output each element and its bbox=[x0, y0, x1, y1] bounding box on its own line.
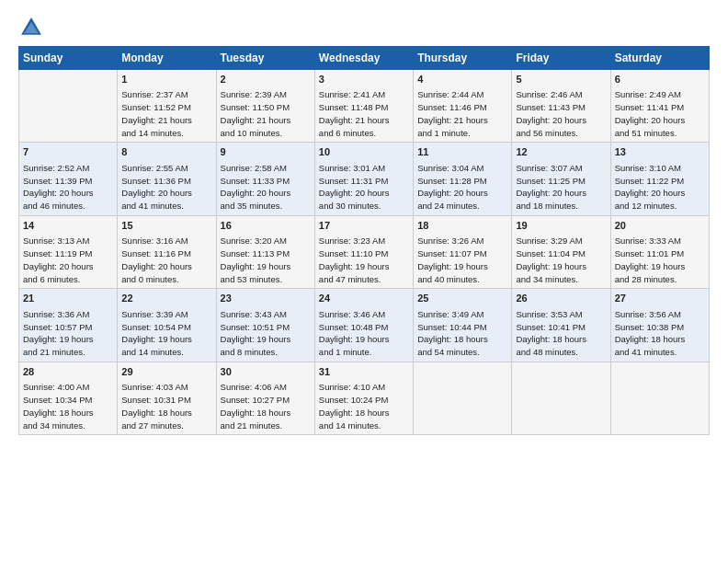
day-info: Sunrise: 3:53 AMSunset: 10:41 PMDaylight… bbox=[516, 308, 606, 359]
day-number: 21 bbox=[23, 292, 113, 305]
logo-icon bbox=[18, 15, 44, 40]
day-cell: 16Sunrise: 3:20 AMSunset: 11:13 PMDaylig… bbox=[216, 215, 314, 288]
day-info: Sunrise: 3:33 AMSunset: 11:01 PMDaylight… bbox=[615, 235, 705, 285]
day-cell: 11Sunrise: 3:04 AMSunset: 11:28 PMDaylig… bbox=[414, 143, 512, 215]
day-cell: 28Sunrise: 4:00 AMSunset: 10:34 PMDaylig… bbox=[19, 362, 118, 434]
day-info: Sunrise: 3:23 AMSunset: 11:10 PMDaylight… bbox=[319, 235, 409, 285]
logo bbox=[18, 15, 48, 40]
day-number: 26 bbox=[516, 292, 606, 305]
day-info: Sunrise: 2:46 AMSunset: 11:43 PMDaylight… bbox=[516, 88, 606, 139]
day-info: Sunrise: 3:10 AMSunset: 11:22 PMDaylight… bbox=[615, 162, 705, 213]
day-cell: 7Sunrise: 2:52 AMSunset: 11:39 PMDayligh… bbox=[19, 143, 118, 215]
week-row-4: 28Sunrise: 4:00 AMSunset: 10:34 PMDaylig… bbox=[19, 362, 710, 434]
day-info: Sunrise: 3:36 AMSunset: 10:57 PMDaylight… bbox=[23, 308, 113, 359]
day-cell: 20Sunrise: 3:33 AMSunset: 11:01 PMDaylig… bbox=[610, 215, 709, 288]
day-number: 11 bbox=[417, 145, 507, 159]
day-cell: 22Sunrise: 3:39 AMSunset: 10:54 PMDaylig… bbox=[118, 289, 216, 362]
day-info: Sunrise: 2:37 AMSunset: 11:52 PMDaylight… bbox=[121, 88, 211, 139]
day-cell: 23Sunrise: 3:43 AMSunset: 10:51 PMDaylig… bbox=[216, 289, 314, 362]
day-number: 5 bbox=[516, 73, 606, 86]
day-info: Sunrise: 4:03 AMSunset: 10:31 PMDaylight… bbox=[121, 381, 211, 431]
day-number: 22 bbox=[121, 292, 211, 305]
day-info: Sunrise: 3:01 AMSunset: 11:31 PMDaylight… bbox=[319, 162, 409, 213]
day-info: Sunrise: 3:16 AMSunset: 11:16 PMDaylight… bbox=[121, 235, 211, 285]
day-info: Sunrise: 3:43 AMSunset: 10:51 PMDaylight… bbox=[221, 308, 311, 359]
day-info: Sunrise: 2:41 AMSunset: 11:48 PMDaylight… bbox=[319, 88, 409, 139]
day-cell: 1Sunrise: 2:37 AMSunset: 11:52 PMDayligh… bbox=[118, 70, 216, 143]
day-info: Sunrise: 3:29 AMSunset: 11:04 PMDaylight… bbox=[516, 235, 606, 285]
day-cell: 13Sunrise: 3:10 AMSunset: 11:22 PMDaylig… bbox=[610, 143, 709, 215]
day-number: 1 bbox=[121, 73, 211, 86]
day-cell: 26Sunrise: 3:53 AMSunset: 10:41 PMDaylig… bbox=[512, 289, 610, 362]
day-cell: 18Sunrise: 3:26 AMSunset: 11:07 PMDaylig… bbox=[414, 215, 512, 288]
calendar-table: SundayMondayTuesdayWednesdayThursdayFrid… bbox=[18, 46, 710, 435]
day-cell bbox=[414, 362, 512, 434]
day-cell: 2Sunrise: 2:39 AMSunset: 11:50 PMDayligh… bbox=[216, 70, 314, 143]
day-cell: 19Sunrise: 3:29 AMSunset: 11:04 PMDaylig… bbox=[512, 215, 610, 288]
day-cell: 12Sunrise: 3:07 AMSunset: 11:25 PMDaylig… bbox=[512, 143, 610, 215]
day-number: 27 bbox=[615, 292, 705, 305]
day-info: Sunrise: 4:06 AMSunset: 10:27 PMDaylight… bbox=[221, 381, 311, 431]
day-number: 3 bbox=[319, 73, 409, 86]
col-header-tuesday: Tuesday bbox=[216, 47, 314, 70]
day-cell: 6Sunrise: 2:49 AMSunset: 11:41 PMDayligh… bbox=[610, 70, 709, 143]
day-info: Sunrise: 3:26 AMSunset: 11:07 PMDaylight… bbox=[417, 235, 507, 285]
day-number: 15 bbox=[121, 219, 211, 233]
day-cell: 8Sunrise: 2:55 AMSunset: 11:36 PMDayligh… bbox=[118, 143, 216, 215]
col-header-sunday: Sunday bbox=[19, 47, 118, 70]
day-cell bbox=[610, 362, 709, 434]
day-number: 30 bbox=[221, 365, 311, 379]
day-cell: 24Sunrise: 3:46 AMSunset: 10:48 PMDaylig… bbox=[314, 289, 413, 362]
col-header-saturday: Saturday bbox=[610, 47, 709, 70]
day-info: Sunrise: 2:49 AMSunset: 11:41 PMDaylight… bbox=[615, 88, 705, 139]
day-info: Sunrise: 2:55 AMSunset: 11:36 PMDaylight… bbox=[121, 162, 211, 213]
day-info: Sunrise: 3:49 AMSunset: 10:44 PMDaylight… bbox=[417, 308, 507, 359]
day-number: 28 bbox=[23, 365, 113, 379]
day-number: 9 bbox=[221, 145, 311, 159]
day-cell: 14Sunrise: 3:13 AMSunset: 11:19 PMDaylig… bbox=[19, 215, 118, 288]
day-number: 6 bbox=[615, 73, 705, 86]
day-info: Sunrise: 3:46 AMSunset: 10:48 PMDaylight… bbox=[319, 308, 409, 359]
day-number: 18 bbox=[417, 219, 507, 233]
week-row-3: 21Sunrise: 3:36 AMSunset: 10:57 PMDaylig… bbox=[19, 289, 710, 362]
col-header-monday: Monday bbox=[118, 47, 216, 70]
day-info: Sunrise: 2:58 AMSunset: 11:33 PMDaylight… bbox=[221, 162, 311, 213]
day-number: 17 bbox=[319, 219, 409, 233]
week-row-1: 7Sunrise: 2:52 AMSunset: 11:39 PMDayligh… bbox=[19, 143, 710, 215]
day-number: 19 bbox=[516, 219, 606, 233]
day-cell: 10Sunrise: 3:01 AMSunset: 11:31 PMDaylig… bbox=[314, 143, 413, 215]
day-number: 31 bbox=[319, 365, 409, 379]
day-number: 16 bbox=[221, 219, 311, 233]
day-number: 14 bbox=[23, 219, 113, 233]
col-header-wednesday: Wednesday bbox=[314, 47, 413, 70]
day-info: Sunrise: 2:52 AMSunset: 11:39 PMDaylight… bbox=[23, 162, 113, 213]
day-number: 29 bbox=[121, 365, 211, 379]
day-cell: 5Sunrise: 2:46 AMSunset: 11:43 PMDayligh… bbox=[512, 70, 610, 143]
day-info: Sunrise: 3:13 AMSunset: 11:19 PMDaylight… bbox=[23, 235, 113, 285]
day-cell: 25Sunrise: 3:49 AMSunset: 10:44 PMDaylig… bbox=[414, 289, 512, 362]
day-info: Sunrise: 3:20 AMSunset: 11:13 PMDaylight… bbox=[221, 235, 311, 285]
day-cell: 29Sunrise: 4:03 AMSunset: 10:31 PMDaylig… bbox=[118, 362, 216, 434]
page: SundayMondayTuesdayWednesdayThursdayFrid… bbox=[0, 0, 728, 563]
day-number: 8 bbox=[121, 145, 211, 159]
day-number: 25 bbox=[417, 292, 507, 305]
day-number: 12 bbox=[516, 145, 606, 159]
header bbox=[18, 15, 710, 40]
day-info: Sunrise: 2:44 AMSunset: 11:46 PMDaylight… bbox=[417, 88, 507, 139]
day-number: 20 bbox=[615, 219, 705, 233]
day-number: 13 bbox=[615, 145, 705, 159]
day-number: 10 bbox=[319, 145, 409, 159]
day-cell: 27Sunrise: 3:56 AMSunset: 10:38 PMDaylig… bbox=[610, 289, 709, 362]
week-row-0: 1Sunrise: 2:37 AMSunset: 11:52 PMDayligh… bbox=[19, 70, 710, 143]
header-row: SundayMondayTuesdayWednesdayThursdayFrid… bbox=[19, 47, 710, 70]
day-info: Sunrise: 2:39 AMSunset: 11:50 PMDaylight… bbox=[221, 88, 311, 139]
week-row-2: 14Sunrise: 3:13 AMSunset: 11:19 PMDaylig… bbox=[19, 215, 710, 288]
day-info: Sunrise: 3:56 AMSunset: 10:38 PMDaylight… bbox=[615, 308, 705, 359]
day-number: 2 bbox=[221, 73, 311, 86]
day-cell: 21Sunrise: 3:36 AMSunset: 10:57 PMDaylig… bbox=[19, 289, 118, 362]
day-info: Sunrise: 4:10 AMSunset: 10:24 PMDaylight… bbox=[319, 381, 409, 431]
day-info: Sunrise: 4:00 AMSunset: 10:34 PMDaylight… bbox=[23, 381, 113, 431]
day-number: 4 bbox=[417, 73, 507, 86]
day-cell: 15Sunrise: 3:16 AMSunset: 11:16 PMDaylig… bbox=[118, 215, 216, 288]
day-info: Sunrise: 3:07 AMSunset: 11:25 PMDaylight… bbox=[516, 162, 606, 213]
